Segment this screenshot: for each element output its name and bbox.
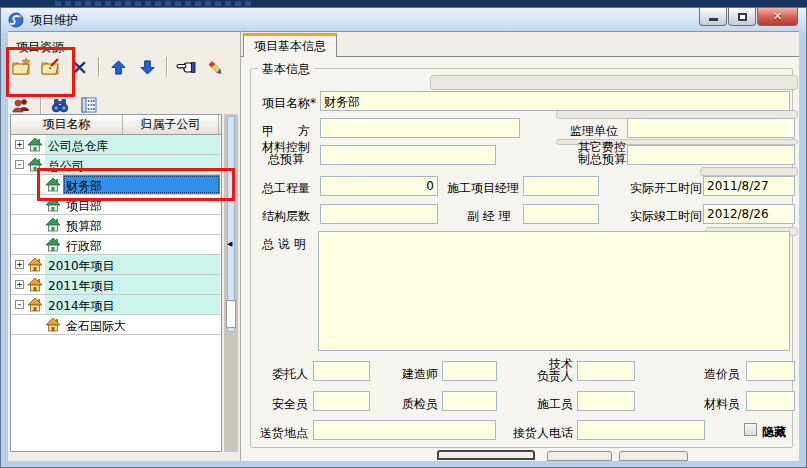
app-logo-icon — [8, 12, 24, 28]
delivery-place-input[interactable] — [313, 420, 496, 440]
window-title: 项目维护 — [30, 12, 78, 29]
collapse-icon[interactable]: - — [15, 300, 24, 309]
close-button[interactable]: ✕ — [757, 8, 798, 26]
scrollbar-thumb[interactable] — [226, 300, 236, 328]
supervision-unit-input[interactable] — [627, 118, 795, 138]
tree-row-label: 预算部 — [66, 218, 102, 235]
construction-pm-input[interactable] — [523, 176, 599, 196]
actual-start-date-label: 实际开工时间 — [630, 180, 702, 197]
background-window-edge — [0, 0, 807, 7]
tree-row-label: 2014年项目 — [48, 298, 115, 315]
entruster-input[interactable] — [313, 361, 370, 381]
toolbar-separator — [166, 57, 167, 77]
tech-leader-label-line2: 负责人 — [525, 368, 573, 385]
clipped-field-fragment — [430, 75, 798, 90]
receiver-phone-label: 接货人电话 — [505, 425, 573, 442]
house-icon — [27, 137, 43, 152]
tree-header: 项目名称 归属子公司 — [11, 115, 221, 135]
project-name-input[interactable]: 财务部 — [320, 91, 790, 111]
toolbar-separator — [98, 57, 99, 77]
move-down-icon[interactable] — [136, 56, 158, 78]
tree-row-budget-dept[interactable]: 预算部 — [11, 215, 221, 235]
project-maintenance-window: 项目维护 ✕ 项目资源 项目名称 归属子公司 + 公司总仓库 — [0, 0, 807, 468]
maximize-icon — [738, 13, 747, 21]
party-a-label: 甲 方 — [262, 123, 310, 140]
hide-checkbox[interactable] — [744, 423, 757, 436]
safety-officer-label: 安全员 — [258, 396, 308, 413]
material-budget-label-line2: 总预算 — [268, 151, 304, 168]
tree-row-label: 2011年项目 — [48, 278, 115, 295]
house-icon — [27, 297, 43, 312]
maximize-button[interactable] — [728, 8, 756, 26]
tab-project-basic-info[interactable]: 项目基本信息 — [243, 33, 337, 57]
panel-splitter[interactable]: ◀ — [224, 114, 238, 452]
tree-toolbar-row2 — [10, 94, 100, 116]
actual-start-date-input[interactable]: 2011/8/27 — [703, 176, 795, 196]
tree-row-jinshi-international[interactable]: 金石国际大 — [11, 315, 221, 335]
edit-pencil-icon[interactable] — [204, 56, 226, 78]
list-view-icon[interactable] — [78, 94, 100, 116]
actual-finish-date-input[interactable]: 2012/8/26 — [703, 204, 795, 224]
other-fee-budget-label-line2: 制总预算 — [578, 151, 626, 168]
expand-icon[interactable]: + — [15, 140, 24, 149]
builder-input[interactable] — [442, 361, 497, 381]
tree-row-2014-projects[interactable]: - 2014年项目 — [11, 295, 221, 315]
house-icon — [45, 317, 61, 332]
safety-officer-input[interactable] — [313, 391, 370, 411]
tree-row-label: 公司总仓库 — [48, 138, 108, 155]
bottom-button-clipped[interactable] — [547, 451, 612, 461]
select-hand-icon[interactable] — [175, 56, 197, 78]
tree-row-2010-projects[interactable]: + 2010年项目 — [11, 255, 221, 275]
house-icon — [45, 237, 61, 252]
party-a-input[interactable] — [320, 118, 520, 138]
cost-estimator-input[interactable] — [746, 361, 795, 381]
deputy-manager-input[interactable] — [523, 204, 599, 224]
actual-finish-date-label: 实际竣工时间 — [630, 208, 702, 225]
collapse-icon[interactable]: - — [15, 160, 24, 169]
general-note-textarea[interactable] — [318, 231, 790, 351]
construction-pm-label: 施工项目经理 — [447, 180, 519, 197]
house-icon — [27, 277, 43, 292]
cost-estimator-label: 造价员 — [690, 366, 740, 383]
other-fee-budget-input[interactable] — [627, 145, 795, 165]
quality-inspector-label: 质检员 — [388, 396, 438, 413]
quality-inspector-input[interactable] — [442, 391, 497, 411]
collapse-left-icon[interactable]: ◀ — [227, 240, 236, 248]
expand-icon[interactable]: + — [15, 260, 24, 269]
tree-row-company-warehouse[interactable]: + 公司总仓库 — [11, 135, 221, 155]
minimize-button[interactable] — [699, 8, 727, 26]
construction-worker-label: 施工员 — [525, 396, 573, 413]
tree-row-admin-dept[interactable]: 行政部 — [11, 235, 221, 255]
supervision-unit-label: 监理单位 — [570, 123, 618, 140]
structure-floors-input[interactable] — [320, 204, 438, 224]
house-icon — [45, 217, 61, 232]
material-clerk-label: 材料员 — [690, 396, 740, 413]
structure-floors-label: 结构层数 — [262, 208, 310, 225]
users-icon[interactable] — [10, 94, 32, 116]
tech-leader-input[interactable] — [577, 361, 635, 381]
tree-row-label: 2010年项目 — [48, 258, 115, 275]
material-clerk-input[interactable] — [746, 391, 795, 411]
search-binoculars-icon[interactable] — [49, 94, 71, 116]
toolbar-separator — [40, 95, 41, 115]
window-titlebar[interactable]: 项目维护 — [8, 10, 78, 30]
close-icon: ✕ — [773, 10, 782, 23]
move-up-icon[interactable] — [107, 56, 129, 78]
bottom-button-clipped[interactable] — [619, 451, 688, 461]
annotation-rectangle-toolbar — [6, 47, 75, 97]
tree-row-2011-projects[interactable]: + 2011年项目 — [11, 275, 221, 295]
tree-row-label: 行政部 — [66, 238, 102, 255]
material-budget-input[interactable] — [320, 145, 496, 165]
tree-row-label: 金石国际大 — [66, 318, 126, 335]
bottom-button-clipped[interactable] — [437, 450, 535, 460]
column-header-subsidiary[interactable]: 归属子公司 — [123, 115, 219, 134]
annotation-rectangle-selected-row — [37, 168, 235, 201]
entruster-label: 委托人 — [258, 366, 308, 383]
construction-worker-input[interactable] — [577, 391, 635, 411]
general-note-label: 总 说 明 — [262, 236, 306, 253]
expand-icon[interactable]: + — [15, 280, 24, 289]
column-header-project-name[interactable]: 项目名称 — [11, 115, 123, 134]
groupbox-title: 基本信息 — [258, 61, 314, 78]
total-quantity-input[interactable]: 0 — [320, 176, 438, 196]
receiver-phone-input[interactable] — [577, 420, 705, 440]
